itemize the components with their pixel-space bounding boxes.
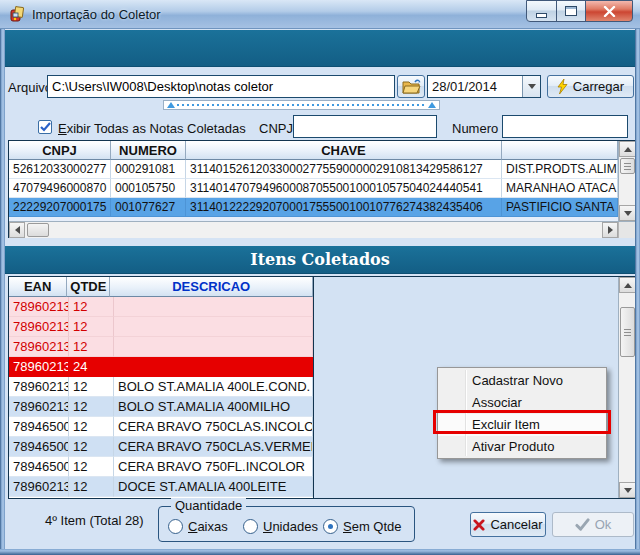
scroll-left-button[interactable] <box>9 222 25 238</box>
scroll-thumb[interactable] <box>27 223 49 237</box>
notas-header-cnpj[interactable]: CNPJ <box>9 141 111 160</box>
item-descricao: BOLO ST.AMALIA 400MILHO <box>114 397 313 417</box>
notas-cell-cnpj: 52612033000277 <box>9 160 111 179</box>
notas-cell-chave: 3114015261203300027755900000291081342958… <box>186 160 502 179</box>
menu-item-cadastrar-novo[interactable]: Cadastrar Novo <box>438 370 606 392</box>
item-row-9[interactable]: 7894650007563 12 CERA BRAVO 750FL.INCOLO… <box>9 457 313 477</box>
item-ean: 7896021305452 <box>9 397 69 417</box>
item-row-4-selected[interactable]: 7896021306213 24 <box>9 357 313 377</box>
date-dropdown-button[interactable] <box>522 76 540 97</box>
scroll-down-button[interactable] <box>619 205 636 221</box>
scroll-up-button[interactable] <box>619 277 636 293</box>
item-ean: 7894650007563 <box>9 457 69 477</box>
itens-header-qtde[interactable]: QTDE <box>67 277 110 297</box>
scroll-up-button[interactable] <box>619 141 636 157</box>
item-row-7[interactable]: 7894650008218 12 CERA BRAVO 750CLAS.INCO… <box>9 417 313 437</box>
arrow-up-icon <box>624 147 632 152</box>
item-row-3[interactable]: 7896021309191 12 <box>9 337 313 357</box>
itens-header-ean[interactable]: EAN <box>9 277 67 297</box>
close-button[interactable] <box>585 0 633 22</box>
gray-check-icon <box>575 518 590 531</box>
radio-circle-icon <box>168 519 183 534</box>
radio-caixas[interactable]: Caixas <box>168 519 228 534</box>
item-ean: 7896021306213 <box>9 357 69 377</box>
numero-filter-input[interactable] <box>502 115 628 138</box>
item-row-1[interactable]: 7896021304257 12 <box>9 297 313 317</box>
exibir-checkbox-label[interactable]: Exibir Todas as Notas Coletadas <box>58 120 246 138</box>
notas-row-1[interactable]: 52612033000277 000291081 311401526120330… <box>9 160 618 179</box>
top-teal-band <box>5 30 635 67</box>
item-qtde: 12 <box>69 377 114 397</box>
notas-header-chave[interactable]: CHAVE <box>186 141 502 160</box>
status-item-counter: 4º Item (Total 28) <box>45 512 144 530</box>
notas-cell-numero: 001077627 <box>111 198 186 217</box>
radio-sem-qtde[interactable]: Sem Qtde <box>323 519 402 534</box>
item-row-6[interactable]: 7896021305452 12 BOLO ST.AMALIA 400MILHO <box>9 397 313 417</box>
itens-header-descricao[interactable]: DESCRICAO <box>110 277 313 297</box>
scroll-thumb[interactable] <box>620 158 635 174</box>
radio-caixas-label: Caixas <box>188 519 228 534</box>
item-qtde: 12 <box>69 457 114 477</box>
trackbar-right-thumb[interactable] <box>428 102 436 108</box>
notas-cell-nome: PASTIFICIO SANTA <box>502 198 618 217</box>
item-ean: 7894650008218 <box>9 417 69 437</box>
notas-header-numero[interactable]: NUMERO <box>111 141 186 160</box>
item-row-10[interactable]: 7896021305483 12 DOCE ST.AMALIA 400LEITE <box>9 477 313 497</box>
notas-cell-nome: DIST.PRODTS.ALIM <box>502 160 618 179</box>
notas-cell-chave: 3114014707949600087055001000105750402444… <box>186 179 502 198</box>
date-combobox[interactable]: 28/01/2014 <box>427 75 541 98</box>
menu-item-ativar-produto[interactable]: Ativar Produto <box>438 436 606 458</box>
item-ean: 7896021305483 <box>9 477 69 497</box>
item-descricao <box>114 297 313 317</box>
trackbar-left-thumb[interactable] <box>167 102 175 108</box>
exibir-checkbox[interactable] <box>38 120 52 134</box>
maximize-button[interactable] <box>556 0 586 22</box>
arrow-left-icon <box>15 226 20 234</box>
minimize-button[interactable] <box>526 0 557 22</box>
chevron-down-icon <box>528 84 536 89</box>
item-row-5[interactable]: 7896021305711 12 BOLO ST.AMALIA 400LE.CO… <box>9 377 313 397</box>
arquivo-path-input[interactable] <box>47 75 395 98</box>
itens-coletados-header: Itens Coletados <box>5 246 635 274</box>
range-trackbar[interactable] <box>163 100 440 110</box>
item-ean: 7896021309207 <box>9 317 69 337</box>
item-descricao <box>114 337 313 357</box>
item-ean: 7896021305711 <box>9 377 69 397</box>
minimize-icon <box>536 13 547 18</box>
radio-unidades[interactable]: Unidades <box>243 519 318 534</box>
notas-horizontal-scrollbar[interactable] <box>9 221 636 238</box>
item-row-8[interactable]: 7894650008225 12 CERA BRAVO 750CLAS.VERM… <box>9 437 313 457</box>
maximize-icon <box>565 6 577 16</box>
item-qtde: 12 <box>69 317 114 337</box>
title-bar[interactable]: Importação do Coletor <box>0 0 640 29</box>
item-qtde: 12 <box>69 297 114 317</box>
scroll-right-button[interactable] <box>602 222 618 238</box>
item-qtde: 12 <box>69 397 114 417</box>
item-qtde: 12 <box>69 337 114 357</box>
numero-label: Numero <box>452 120 498 138</box>
cnpj-filter-input[interactable] <box>293 115 437 138</box>
scroll-down-button[interactable] <box>619 482 636 498</box>
ok-button-disabled[interactable]: Ok <box>552 512 634 537</box>
arrow-down-icon <box>624 211 632 216</box>
carregar-button[interactable]: Carregar <box>547 75 634 98</box>
excluir-item-red-highlight <box>433 410 611 434</box>
arquivo-label: Arquivo <box>8 79 52 97</box>
notas-row-2[interactable]: 47079496000870 000105750 311401470794960… <box>9 179 618 198</box>
quantidade-groupbox: Quantidade Caixas Unidades Sem Qtde <box>158 506 415 542</box>
notas-vertical-scrollbar[interactable] <box>618 141 636 221</box>
item-qtde: 12 <box>69 437 114 457</box>
notas-row-3-selected[interactable]: 22229207000175 001077627 311401222292070… <box>9 198 618 217</box>
cancelar-button[interactable]: Cancelar <box>470 512 546 537</box>
scrollbar-corner <box>618 222 636 238</box>
red-x-icon <box>473 519 485 531</box>
scroll-thumb[interactable] <box>620 307 635 357</box>
notas-cell-chave: 3114012222920700017555001001077627438243… <box>186 198 502 217</box>
item-descricao: BOLO ST.AMALIA 400LE.COND. <box>114 377 313 397</box>
item-descricao: CERA BRAVO 750CLAS.VERMELHA <box>114 437 313 457</box>
notas-header-nome[interactable] <box>502 141 618 160</box>
itens-vertical-scrollbar[interactable] <box>618 277 636 498</box>
item-row-2[interactable]: 7896021309207 12 <box>9 317 313 337</box>
caption-buttons <box>527 0 633 20</box>
browse-folder-button[interactable] <box>397 75 425 98</box>
